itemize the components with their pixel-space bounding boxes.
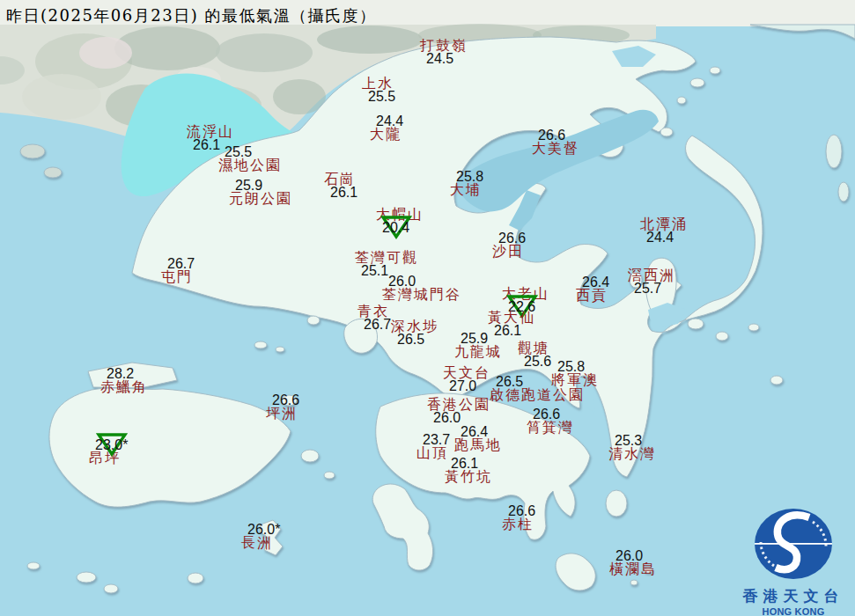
station-name: 九龍城 — [454, 345, 502, 358]
station-16: 26.0荃灣城門谷 — [382, 275, 461, 301]
station-name: 黃大仙 — [488, 311, 535, 324]
station-34: 26.6坪洲 — [266, 393, 299, 420]
station-32: 26.6赤柱 — [502, 504, 535, 531]
station-min-temperature: 25.6 — [524, 355, 551, 368]
station-min-temperature: 24.4 — [646, 231, 674, 244]
station-min-temperature: 26.0* — [247, 523, 280, 536]
station-name: 荃灣城門谷 — [382, 288, 461, 301]
station-min-temperature: 26.6 — [538, 128, 565, 142]
station-min-temperature: 20.4 — [382, 221, 409, 234]
station-min-temperature: 26.0 — [388, 275, 416, 288]
station-min-temperature: 26.7 — [364, 318, 391, 331]
station-name: 沙田 — [492, 245, 524, 258]
station-min-temperature: 26.5 — [496, 375, 523, 388]
station-26: 26.5啟德跑道公園 — [490, 375, 585, 401]
station-6: 26.6大美督 — [532, 128, 579, 155]
station-19: 青衣26.7 — [357, 304, 391, 331]
station-min-temperature: 28.2 — [107, 367, 134, 380]
station-14: 26.7屯門 — [161, 257, 195, 283]
station-name: 觀塘 — [518, 341, 549, 355]
station-min-temperature: 26.1 — [193, 138, 220, 151]
station-24: 天文台27.0 — [443, 366, 490, 392]
min-temperature-map: 昨日(2025年06月23日) 的最低氣溫（攝氏度） 打鼓嶺24.5上水25.5… — [0, 0, 855, 616]
hong-kong-map — [0, 0, 855, 616]
station-min-temperature: 26.6 — [272, 393, 299, 407]
station-2: 上水25.5 — [362, 77, 395, 103]
station-name: 荃灣可觀 — [355, 251, 418, 264]
station-min-temperature: 25.9 — [235, 179, 262, 192]
station-min-temperature: 25.9 — [461, 332, 488, 345]
station-8: 石崗26.1 — [324, 172, 357, 199]
station-28: 26.6筲箕灣 — [527, 407, 574, 434]
hko-logo-name-en: HONG KONG OBSERVATORY — [731, 606, 855, 616]
station-name: 山頂 — [416, 446, 448, 459]
station-name: 啟德跑道公園 — [490, 388, 585, 401]
station-name: 北潭涌 — [640, 217, 688, 231]
station-11: 26.6沙田 — [492, 231, 526, 258]
station-name: 黃竹坑 — [445, 470, 492, 483]
station-21: 深水埗26.5 — [391, 319, 439, 346]
station-12: 北潭涌24.4 — [640, 217, 688, 244]
hko-logo-name-zh: 香港天文台 — [731, 586, 855, 606]
station-name: 大美督 — [532, 142, 579, 155]
station-name: 濕地公園 — [218, 158, 282, 172]
station-min-temperature: 23.0* — [95, 438, 128, 451]
station-min-temperature: 26.7 — [167, 257, 195, 270]
station-17: 26.4西貢 — [576, 275, 609, 302]
station-7: 25.8大埔 — [450, 170, 483, 196]
station-10: 大帽山20.4 — [376, 208, 424, 234]
station-30: 26.4跑馬地 — [454, 425, 502, 451]
station-1: 打鼓嶺24.5 — [420, 39, 468, 65]
station-name: 坪洲 — [266, 407, 298, 420]
station-name: 石崗 — [324, 172, 356, 186]
station-min-temperature: 26.1 — [451, 457, 478, 470]
station-min-temperature: 24.5 — [426, 52, 453, 65]
station-38: 26.0橫瀾島 — [609, 549, 657, 576]
station-min-temperature: 26.6 — [498, 231, 526, 245]
station-min-temperature: 27.0 — [449, 379, 476, 392]
station-3: 24.4大隴 — [370, 114, 403, 141]
station-min-temperature: 23.7 — [423, 433, 450, 446]
station-name: 打鼓嶺 — [420, 39, 468, 52]
station-33: 25.3清水灣 — [608, 434, 656, 460]
station-name: 滘西洲 — [628, 268, 675, 282]
station-name: 大埔 — [450, 183, 482, 196]
station-name: 屯門 — [161, 270, 193, 283]
station-22: 25.9九龍城 — [454, 332, 502, 358]
station-27: 香港公園26.0 — [427, 398, 490, 424]
hko-logo: 香港天文台 HONG KONG OBSERVATORY — [731, 507, 855, 616]
station-min-temperature: 26.4 — [582, 275, 609, 289]
station-name: 跑馬地 — [454, 438, 502, 451]
station-min-temperature: 26.0 — [433, 411, 461, 424]
station-31: 26.1黃竹坑 — [445, 457, 492, 483]
station-min-temperature: 25.7 — [634, 282, 661, 295]
station-min-temperature: 26.6 — [508, 504, 535, 517]
station-name: 深水埗 — [391, 319, 439, 333]
station-name: 赤柱 — [502, 517, 534, 531]
station-15: 滘西洲25.7 — [628, 268, 675, 295]
station-29: 23.7山頂 — [416, 433, 450, 459]
station-36: 23.0*昂坪 — [89, 438, 128, 465]
station-name: 青衣 — [357, 304, 389, 318]
station-min-temperature: 26.5 — [397, 333, 424, 346]
station-min-temperature: 25.5 — [368, 90, 395, 103]
station-name: 筲箕灣 — [527, 421, 574, 434]
station-5: 25.5濕地公園 — [218, 145, 282, 172]
station-min-temperature: 26.4 — [461, 425, 488, 438]
station-min-temperature: 25.8 — [557, 360, 585, 373]
station-35: 28.2赤鱲角 — [100, 367, 148, 393]
station-23: 觀塘25.6 — [518, 341, 551, 368]
hko-logo-icon — [753, 507, 834, 581]
station-min-temperature: 24.4 — [376, 114, 403, 128]
station-min-temperature: 25.3 — [615, 434, 642, 447]
station-9: 25.9元朗公園 — [229, 179, 292, 205]
station-name: 長洲 — [241, 536, 273, 549]
station-name: 清水灣 — [608, 447, 656, 460]
station-name: 西貢 — [576, 289, 608, 302]
station-min-temperature: 25.8 — [456, 170, 483, 183]
station-37: 26.0*長洲 — [241, 523, 280, 549]
station-min-temperature: 25.5 — [225, 145, 252, 158]
station-name: 橫瀾島 — [609, 562, 657, 576]
station-name: 上水 — [362, 77, 394, 90]
station-name: 流浮山 — [187, 125, 234, 138]
